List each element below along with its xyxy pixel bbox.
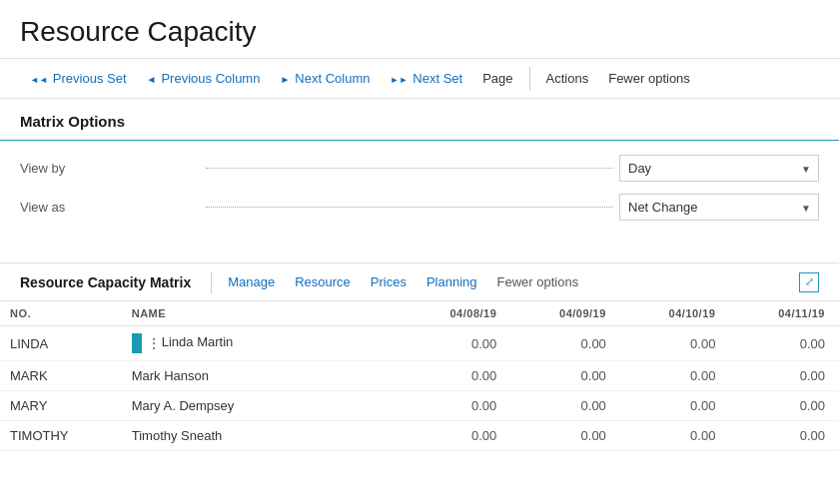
matrix-toolbar: Resource Capacity Matrix Manage Resource… (0, 262, 839, 301)
cell-d1[interactable]: 0.00 (402, 391, 511, 421)
actions-label: Actions (546, 71, 589, 86)
view-by-label: View by (20, 161, 200, 176)
previous-column-label: Previous Column (161, 71, 260, 86)
cell-name[interactable]: Timothy Sneath (122, 421, 402, 451)
cell-no[interactable]: MARY (0, 391, 122, 421)
table-header-row: NO. NAME 04/08/19 04/09/19 04/10/19 04/1… (0, 301, 839, 326)
planning-label: Planning (426, 274, 477, 289)
name-text: Mary A. Dempsey (132, 398, 235, 413)
fewer-options-button[interactable]: Fewer options (598, 65, 700, 92)
cell-no[interactable]: LINDA (0, 326, 122, 361)
cell-d2[interactable]: 0.00 (510, 421, 620, 451)
cell-d4[interactable]: 0.00 (729, 421, 839, 451)
previous-column-icon (147, 71, 157, 86)
cell-d3[interactable]: 0.00 (620, 326, 730, 361)
cell-d1[interactable]: 0.00 (402, 326, 511, 361)
row-action-icon[interactable]: ⋮ (146, 335, 162, 351)
cell-d3[interactable]: 0.00 (620, 421, 730, 451)
view-by-dots (206, 168, 613, 169)
name-text: Mark Hanson (132, 368, 209, 383)
manage-label: Manage (228, 274, 275, 289)
view-as-label: View as (20, 200, 200, 215)
planning-button[interactable]: Planning (417, 269, 487, 294)
view-by-select[interactable]: Day Week Month Quarter Year (619, 155, 819, 182)
cell-name[interactable]: Mary A. Dempsey (122, 391, 402, 421)
next-set-label: Next Set (413, 71, 462, 86)
col-name: NAME (122, 301, 402, 326)
cell-d2[interactable]: 0.00 (510, 326, 620, 361)
matrix-fewer-options-label: Fewer options (497, 274, 579, 289)
cell-d1[interactable]: 0.00 (402, 421, 511, 451)
name-text: Linda Martin (162, 334, 234, 349)
previous-column-button[interactable]: Previous Column (137, 65, 271, 92)
col-d2: 04/09/19 (510, 301, 620, 326)
matrix-title: Resource Capacity Matrix (20, 274, 205, 290)
previous-set-label: Previous Set (53, 71, 127, 86)
manage-button[interactable]: Manage (218, 269, 285, 294)
cell-d3[interactable]: 0.00 (620, 391, 730, 421)
cell-d4[interactable]: 0.00 (729, 326, 839, 361)
page-label: Page (482, 71, 512, 86)
col-d1: 04/08/19 (402, 301, 511, 326)
resource-label: Resource (295, 274, 351, 289)
cell-d4[interactable]: 0.00 (729, 361, 839, 391)
main-toolbar: Previous Set Previous Column Next Column… (0, 58, 839, 99)
page-button[interactable]: Page (472, 65, 522, 92)
prices-button[interactable]: Prices (361, 269, 417, 294)
matrix-fewer-options-button[interactable]: Fewer options (487, 269, 589, 294)
actions-button[interactable]: Actions (536, 65, 599, 92)
prices-label: Prices (371, 274, 407, 289)
resource-capacity-table: NO. NAME 04/08/19 04/09/19 04/10/19 04/1… (0, 301, 839, 451)
view-as-row: View as Net Change Balance at Date (20, 194, 819, 221)
cell-d2[interactable]: 0.00 (510, 361, 620, 391)
next-column-icon (280, 71, 290, 86)
table-row: LINDA⋮Linda Martin0.000.000.000.00 (0, 326, 839, 361)
next-column-button[interactable]: Next Column (270, 65, 380, 92)
cell-no[interactable]: TIMOTHY (0, 421, 122, 451)
resource-button[interactable]: Resource (285, 269, 361, 294)
view-as-select-wrapper[interactable]: Net Change Balance at Date (619, 194, 819, 221)
cell-name[interactable]: ⋮Linda Martin (122, 326, 402, 361)
cell-no[interactable]: MARK (0, 361, 122, 391)
matrix-toolbar-divider (211, 271, 212, 293)
previous-set-button[interactable]: Previous Set (20, 65, 137, 92)
cell-d4[interactable]: 0.00 (729, 391, 839, 421)
name-text: Timothy Sneath (132, 428, 223, 443)
page-title: Resource Capacity (0, 0, 839, 58)
col-no: NO. (0, 301, 122, 326)
table-row: MARKMark Hanson0.000.000.000.00 (0, 361, 839, 391)
table-row: TIMOTHYTimothy Sneath0.000.000.000.00 (0, 421, 839, 451)
matrix-section: Resource Capacity Matrix Manage Resource… (0, 262, 839, 451)
next-set-icon (390, 71, 408, 86)
cell-name[interactable]: Mark Hanson (122, 361, 402, 391)
col-d4: 04/11/19 (729, 301, 839, 326)
view-as-select[interactable]: Net Change Balance at Date (619, 194, 819, 221)
view-as-dots (206, 207, 613, 208)
expand-icon[interactable]: ⤢ (799, 272, 819, 292)
col-d3: 04/10/19 (620, 301, 730, 326)
cell-d2[interactable]: 0.00 (510, 391, 620, 421)
options-area: View by Day Week Month Quarter Year View… (0, 141, 839, 247)
row-indicator (132, 333, 142, 353)
view-by-select-wrapper[interactable]: Day Week Month Quarter Year (619, 155, 819, 182)
next-column-label: Next Column (295, 71, 370, 86)
cell-d1[interactable]: 0.00 (402, 361, 511, 391)
next-set-button[interactable]: Next Set (380, 65, 472, 92)
fewer-options-label: Fewer options (608, 71, 690, 86)
previous-set-icon (30, 71, 48, 86)
toolbar-divider (529, 67, 530, 91)
matrix-options-heading: Matrix Options (0, 99, 839, 141)
cell-d3[interactable]: 0.00 (620, 361, 730, 391)
table-row: MARYMary A. Dempsey0.000.000.000.00 (0, 391, 839, 421)
view-by-row: View by Day Week Month Quarter Year (20, 155, 819, 182)
